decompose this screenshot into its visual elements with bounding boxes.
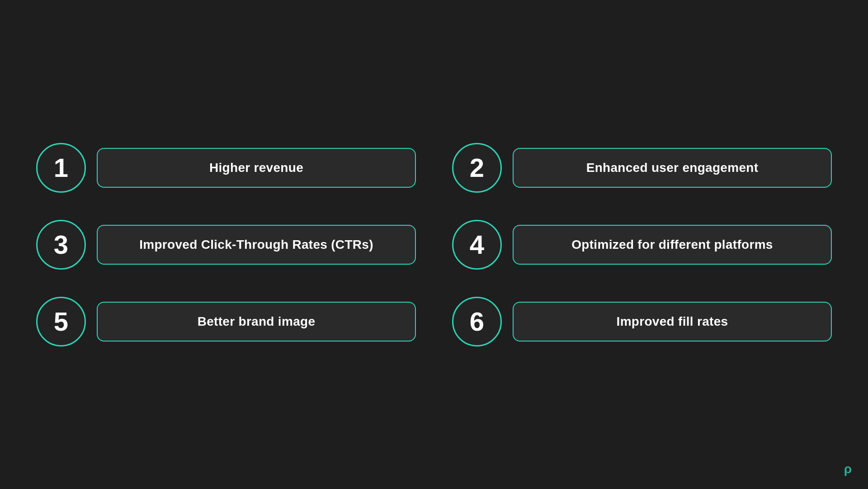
circle-number-4: 4 <box>470 232 484 258</box>
label-box-3: Improved Click-Through Rates (CTRs) <box>97 225 416 265</box>
label-text-6: Improved fill rates <box>617 314 728 329</box>
circle-1: 1 <box>36 143 86 193</box>
label-text-2: Enhanced user engagement <box>586 161 759 175</box>
list-item-1: 1 Higher revenue <box>36 143 416 193</box>
label-box-6: Improved fill rates <box>513 302 832 342</box>
label-box-1: Higher revenue <box>97 148 416 188</box>
label-box-5: Better brand image <box>97 302 416 342</box>
list-item-6: 6 Improved fill rates <box>452 297 832 347</box>
circle-2: 2 <box>452 143 502 193</box>
logo: ρ <box>844 462 852 476</box>
circle-number-2: 2 <box>470 155 484 181</box>
circle-5: 5 <box>36 297 86 347</box>
circle-4: 4 <box>452 220 502 270</box>
list-item-2: 2 Enhanced user engagement <box>452 143 832 193</box>
list-item-4: 4 Optimized for different platforms <box>452 220 832 270</box>
circle-6: 6 <box>452 297 502 347</box>
label-text-5: Better brand image <box>198 314 316 329</box>
label-box-2: Enhanced user engagement <box>513 148 832 188</box>
label-text-1: Higher revenue <box>209 161 303 175</box>
circle-number-5: 5 <box>54 309 68 335</box>
circle-number-6: 6 <box>470 309 484 335</box>
label-box-4: Optimized for different platforms <box>513 225 832 265</box>
circle-number-1: 1 <box>54 155 68 181</box>
label-text-4: Optimized for different platforms <box>571 237 773 252</box>
circle-number-3: 3 <box>54 232 68 258</box>
list-item-5: 5 Better brand image <box>36 297 416 347</box>
label-text-3: Improved Click-Through Rates (CTRs) <box>139 237 373 252</box>
main-grid: 1 Higher revenue 2 Enhanced user engagem… <box>36 116 832 374</box>
circle-3: 3 <box>36 220 86 270</box>
list-item-3: 3 Improved Click-Through Rates (CTRs) <box>36 220 416 270</box>
